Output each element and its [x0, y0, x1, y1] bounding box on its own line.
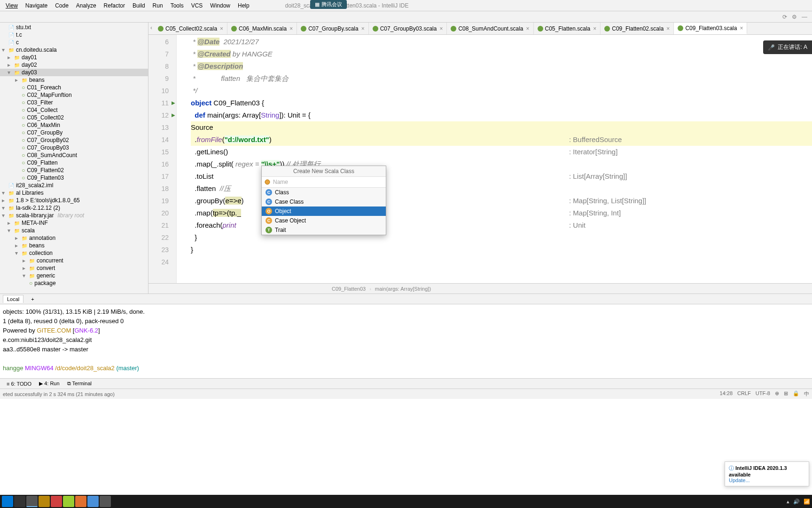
tree-item[interactable]: ▸ beans: [0, 76, 148, 84]
meeting-app-badge[interactable]: ▦ 腾讯会议: [310, 0, 347, 9]
code-line[interactable]: * @Created by HANGGE: [191, 48, 812, 60]
status-icon2[interactable]: ⊞: [784, 390, 788, 397]
close-icon[interactable]: ×: [361, 25, 365, 32]
project-tree[interactable]: stu.txt t.c c▾ cn.doitedu.scala▸ day01▸ …: [0, 23, 148, 294]
tab-arrow-left[interactable]: ‹: [148, 23, 154, 34]
menu-vcs[interactable]: VCS: [187, 1, 207, 10]
menu-window[interactable]: Window: [206, 1, 234, 10]
close-icon[interactable]: ×: [220, 25, 223, 32]
close-icon[interactable]: ×: [666, 25, 670, 32]
close-icon[interactable]: ×: [593, 25, 596, 32]
editor-tab[interactable]: C07_GroupBy03.scala×: [369, 23, 447, 34]
tree-item[interactable]: ▸ annotation: [0, 234, 148, 242]
task-icon[interactable]: [26, 496, 38, 507]
terminal-tool[interactable]: ⧉ Terminal: [63, 381, 95, 387]
tree-item[interactable]: ▾ al Libraries: [0, 189, 148, 197]
status-icon1[interactable]: ⊕: [775, 390, 779, 397]
settings-icon[interactable]: ⚙: [792, 14, 797, 20]
tree-item[interactable]: ▸ META-INF: [0, 219, 148, 227]
menu-tools[interactable]: Tools: [167, 1, 187, 10]
lock-icon[interactable]: 🔒: [793, 390, 799, 397]
task-icon[interactable]: [63, 496, 74, 507]
tree-item[interactable]: C08_SumAndCount: [0, 151, 148, 159]
tree-item[interactable]: ▸ day01: [0, 54, 148, 61]
code-line[interactable]: * @Date 2021/12/27: [191, 36, 812, 48]
menu-refactor[interactable]: Refactor: [100, 1, 129, 10]
tree-item[interactable]: C07_GroupBy03: [0, 144, 148, 151]
close-icon[interactable]: ×: [439, 25, 443, 32]
code-line[interactable]: */: [191, 85, 812, 97]
editor-tab[interactable]: C05_Flatten.scala×: [534, 23, 601, 34]
tree-item[interactable]: C04_Collect: [0, 106, 148, 114]
tree-item[interactable]: C03_Filter: [0, 99, 148, 106]
terminal-tab-add[interactable]: +: [27, 295, 38, 303]
os-taskbar[interactable]: ▴ 🔊 📶: [0, 495, 812, 508]
tray-icon[interactable]: 📶: [804, 499, 810, 505]
menu-run[interactable]: Run: [149, 1, 167, 10]
tree-item[interactable]: ▾ collection: [0, 249, 148, 257]
task-icon[interactable]: [100, 496, 111, 507]
tree-item[interactable]: ▸ convert: [0, 264, 148, 272]
code-line[interactable]: .getLines(): Iterator[String]: [191, 146, 812, 158]
tree-item[interactable]: stu.txt: [0, 24, 148, 31]
popup-option-class[interactable]: CClass: [262, 188, 386, 197]
tray-icon[interactable]: 🔊: [793, 499, 800, 505]
editor-tab[interactable]: C09_Flatten03.scala×: [674, 23, 747, 34]
editor-tab[interactable]: C09_Flatten02.scala×: [601, 23, 674, 34]
tree-item[interactable]: C05_Collect02: [0, 114, 148, 121]
task-icon[interactable]: [75, 496, 86, 507]
run-gutter-icon[interactable]: ▶: [172, 97, 175, 109]
update-link[interactable]: Update...: [729, 477, 750, 483]
tree-item[interactable]: ▸ day02: [0, 61, 148, 69]
tree-item[interactable]: ▾ scala: [0, 227, 148, 234]
tree-item[interactable]: package: [0, 279, 148, 287]
code-line[interactable]: object C09_Flatten03 {: [191, 97, 812, 109]
task-icon[interactable]: [87, 496, 99, 507]
code-line[interactable]: * flatten 集合中套集合: [191, 72, 812, 85]
status-encoding[interactable]: UTF-8: [756, 390, 770, 397]
close-icon[interactable]: ×: [289, 25, 293, 32]
collapse-icon[interactable]: —: [802, 14, 807, 20]
menu-analyze[interactable]: Analyze: [72, 1, 100, 10]
terminal[interactable]: objects: 100% (31/31), 13.15 KiB | 2.19 …: [0, 304, 812, 378]
tree-item[interactable]: C07_GroupBy02: [0, 136, 148, 144]
popup-option-object[interactable]: OObject: [262, 206, 386, 216]
task-icon[interactable]: [2, 496, 13, 507]
task-icon[interactable]: [14, 496, 25, 507]
run-tool[interactable]: ▶ 4: Run: [35, 381, 63, 387]
popup-option-case-class[interactable]: CCase Class: [262, 197, 386, 206]
task-icon[interactable]: [39, 496, 50, 507]
close-icon[interactable]: ×: [740, 25, 743, 32]
tree-item[interactable]: C06_MaxMin: [0, 121, 148, 129]
tree-item[interactable]: ▾ generic: [0, 272, 148, 279]
breadcrumb[interactable]: C09_Flatten03 › main(args: Array[String]…: [148, 283, 812, 294]
tree-item[interactable]: C09_Flatten03: [0, 174, 148, 182]
tree-item[interactable]: ▸ beans: [0, 242, 148, 249]
menu-view[interactable]: View: [2, 1, 22, 10]
code-line[interactable]: Source: [191, 121, 812, 134]
run-gutter-icon[interactable]: ▶: [172, 109, 175, 121]
code-area[interactable]: * @Date 2021/12/27 * @Created by HANGGE …: [177, 35, 812, 283]
code-line[interactable]: * @Description: [191, 60, 812, 72]
code-line[interactable]: def main(args: Array[String]): Unit = {: [191, 109, 812, 121]
menu-build[interactable]: Build: [129, 1, 149, 10]
tree-item[interactable]: c: [0, 39, 148, 46]
task-icon[interactable]: [51, 496, 62, 507]
tree-item[interactable]: it28_scala2.iml: [0, 182, 148, 189]
code-line[interactable]: }: [191, 244, 812, 256]
editor-tab[interactable]: C06_MaxMin.scala×: [227, 23, 297, 34]
tree-item[interactable]: ▸ 1.8 > E:\tools\jdk1.8.0_65: [0, 197, 148, 204]
close-icon[interactable]: ×: [526, 25, 530, 32]
ime-icon[interactable]: 中: [804, 390, 809, 397]
tree-item[interactable]: ▾ day03: [0, 69, 148, 76]
menu-help[interactable]: Help: [234, 1, 253, 10]
menu-code[interactable]: Code: [51, 1, 72, 10]
refresh-icon[interactable]: ⟳: [782, 14, 787, 20]
terminal-tab-local[interactable]: Local: [3, 295, 23, 303]
tray-icon[interactable]: ▴: [787, 499, 789, 505]
tree-item[interactable]: t.c: [0, 31, 148, 39]
tree-item[interactable]: C01_Foreach: [0, 84, 148, 91]
tree-item[interactable]: C07_GroupBy: [0, 129, 148, 136]
tree-item[interactable]: C09_Flatten: [0, 159, 148, 167]
class-name-input[interactable]: [262, 176, 386, 188]
